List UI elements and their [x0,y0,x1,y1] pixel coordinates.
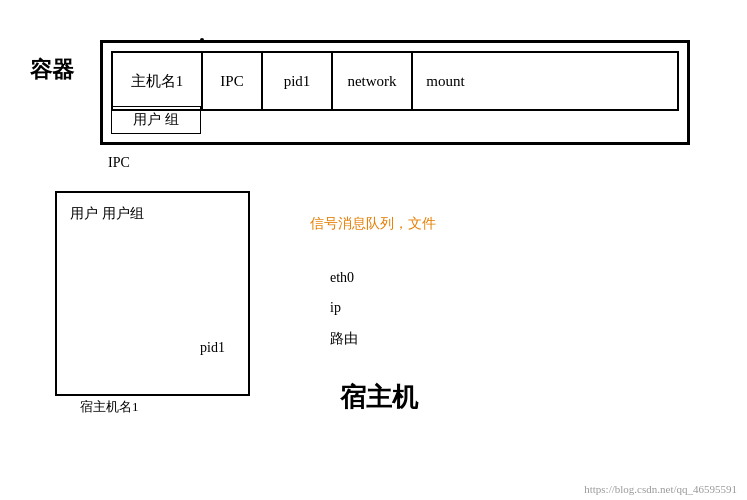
host-machine-label: 宿主机 [340,380,418,415]
watermark: https://blog.csdn.net/qq_46595591 [584,483,737,495]
ns-hostname: 主机名1 [113,53,203,109]
route-label: 路由 [330,330,358,348]
ipc-outer-label: IPC [108,155,130,171]
namespaces-box: 主机名1 IPC pid1 network mount [111,51,679,111]
ns-pid: pid1 [263,53,333,109]
eth0-label: eth0 [330,270,354,286]
ns-ipc: IPC [203,53,263,109]
container-label: 容器 [30,55,74,85]
signal-label: 信号消息队列，文件 [310,215,436,233]
container-outer-box: 主机名1 IPC pid1 network mount 用户 组 [100,40,690,145]
ns-network: network [333,53,413,109]
ns-mount: mount [413,53,478,109]
host-hostname-label: 宿主机名1 [80,398,139,416]
ip-label: ip [330,300,341,316]
host-pid-label: pid1 [200,340,225,356]
host-users-label: 用户 用户组 [70,205,144,223]
usergroup-box: 用户 组 [111,106,201,134]
